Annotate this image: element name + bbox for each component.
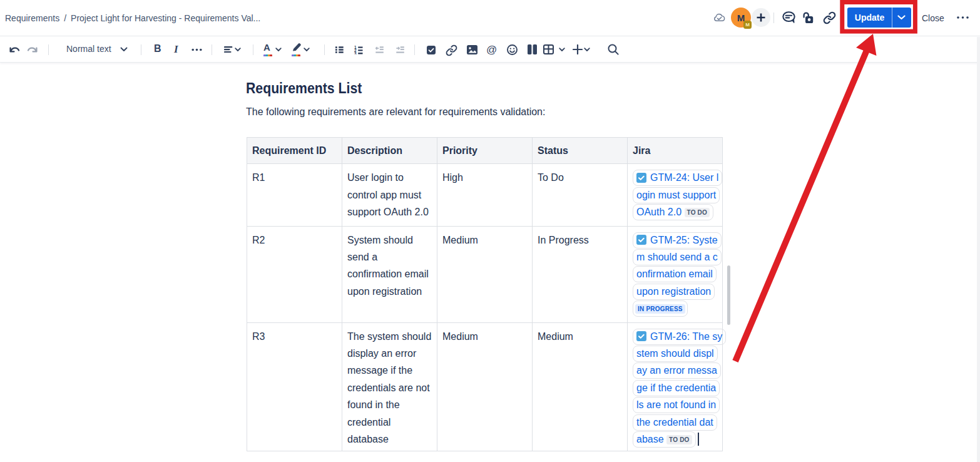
svg-text:3: 3 <box>354 51 357 54</box>
